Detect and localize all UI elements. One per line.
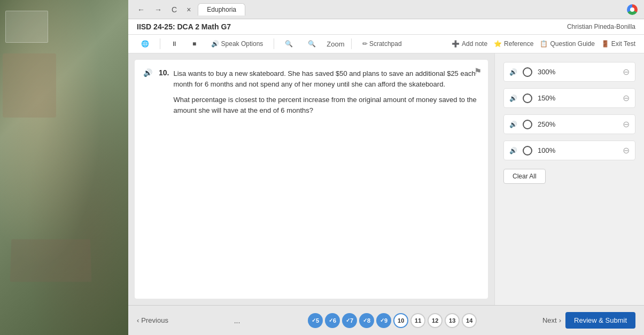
flag-button[interactable]: ⚑ bbox=[474, 66, 482, 76]
page-8[interactable]: ✓ 8 bbox=[359, 313, 374, 328]
scratchpad-button[interactable]: ✏ Scratchpad bbox=[358, 38, 406, 50]
page-14[interactable]: 14 bbox=[462, 313, 477, 328]
answer-a-text: 300% bbox=[538, 68, 617, 76]
question-audio-button[interactable]: 🔊 bbox=[143, 68, 152, 77]
main-content: ⚑ 🔊 10. Lisa wants to buy a new skateboa… bbox=[128, 53, 644, 305]
stop-button[interactable]: ■ bbox=[188, 38, 200, 50]
answer-a-audio-button[interactable]: 🔊 bbox=[509, 68, 517, 76]
add-note-button[interactable]: ➕ Add note bbox=[452, 40, 487, 48]
answer-a-radio[interactable] bbox=[523, 67, 532, 77]
toolbar-divider-1 bbox=[160, 38, 160, 49]
back-button[interactable]: ← bbox=[135, 4, 148, 15]
reference-button[interactable]: ⭐ Reference bbox=[494, 40, 533, 48]
zoom-label: Zoom bbox=[327, 40, 344, 48]
pause-button[interactable]: ⏸ bbox=[167, 38, 182, 50]
next-button[interactable]: Next › bbox=[542, 316, 561, 324]
answer-b-audio-button[interactable]: 🔊 bbox=[509, 95, 517, 102]
exit-test-button[interactable]: 🚪 Exit Test bbox=[601, 40, 635, 48]
page-13[interactable]: 13 bbox=[445, 313, 460, 328]
answer-c-text: 250% bbox=[538, 120, 617, 128]
answer-choice-d[interactable]: 🔊 100% ⊖ bbox=[503, 141, 635, 160]
user-name: Christian Pineda-Bonilla bbox=[567, 23, 635, 30]
answer-d-radio[interactable] bbox=[523, 146, 532, 155]
audio-icon: 🔊 bbox=[143, 68, 152, 77]
zoom-out-button[interactable]: 🔍 bbox=[281, 38, 297, 50]
answer-b-audio-icon: 🔊 bbox=[509, 95, 517, 102]
answer-a-eliminate-button[interactable]: ⊖ bbox=[623, 67, 630, 77]
check-9-icon: ✓ bbox=[380, 317, 384, 323]
zoom-in-button[interactable]: 🔍 bbox=[304, 38, 320, 50]
question-text-1: Lisa wants to buy a new skateboard. She … bbox=[173, 68, 479, 89]
page-10[interactable]: 10 bbox=[393, 313, 408, 328]
answer-c-radio[interactable] bbox=[523, 120, 532, 129]
page-5[interactable]: ✓ 5 bbox=[308, 313, 323, 328]
answer-d-audio-button[interactable]: 🔊 bbox=[509, 147, 517, 154]
exit-icon: 🚪 bbox=[601, 40, 609, 48]
page-9[interactable]: ✓ 9 bbox=[376, 313, 391, 328]
question-guide-button[interactable]: 📋 Question Guide bbox=[540, 40, 594, 48]
answer-b-eliminate-icon: ⊖ bbox=[623, 94, 630, 103]
answers-panel: 🔊 300% ⊖ 🔊 150% ⊖ bbox=[494, 53, 644, 305]
answer-d-audio-icon: 🔊 bbox=[509, 147, 517, 154]
refresh-button[interactable]: C bbox=[169, 4, 180, 15]
nav-right: Next › Review & Submit bbox=[542, 312, 635, 329]
app-title: IISD 24-25: DCA 2 Math G7 bbox=[137, 22, 231, 31]
page-indicators: ✓ 5 ✓ 6 ✓ 7 ✓ 8 ✓ 9 bbox=[308, 313, 477, 328]
previous-button[interactable]: ‹ Previous bbox=[137, 316, 168, 324]
zoom-out-icon: 🔍 bbox=[285, 40, 293, 48]
question-guide-icon: 📋 bbox=[540, 40, 548, 48]
close-button[interactable]: × bbox=[184, 4, 193, 15]
pause-icon: ⏸ bbox=[171, 40, 177, 48]
prev-arrow-icon: ‹ bbox=[137, 316, 139, 324]
question-body: Lisa wants to buy a new skateboard. She … bbox=[173, 68, 479, 115]
toolbar: 🌐 ⏸ ■ 🔊 Speak Options 🔍 🔍 Zoom ✏ Scratch… bbox=[128, 35, 644, 53]
reference-icon: ⭐ bbox=[494, 40, 502, 48]
answer-c-eliminate-icon: ⊖ bbox=[623, 120, 630, 129]
toolbar-right: ➕ Add note ⭐ Reference 📋 Question Guide … bbox=[452, 40, 635, 48]
chrome-icon bbox=[627, 4, 638, 15]
answer-c-eliminate-button[interactable]: ⊖ bbox=[623, 119, 630, 129]
check-5-icon: ✓ bbox=[312, 317, 316, 323]
question-header: 🔊 10. Lisa wants to buy a new skateboard… bbox=[143, 68, 479, 115]
question-number: 10. bbox=[159, 68, 169, 77]
check-7-icon: ✓ bbox=[346, 317, 350, 323]
toolbar-divider-2 bbox=[274, 38, 274, 49]
page-11[interactable]: 11 bbox=[410, 313, 425, 328]
pagination-dots: ... bbox=[234, 316, 240, 325]
flag-icon: ⚑ bbox=[474, 67, 482, 76]
check-6-icon: ✓ bbox=[329, 317, 333, 323]
answer-c-audio-icon: 🔊 bbox=[509, 121, 517, 128]
bottom-nav: ‹ Previous ... ✓ 5 ✓ 6 ✓ 7 ✓ 8 bbox=[128, 305, 644, 335]
page-6[interactable]: ✓ 6 bbox=[325, 313, 340, 328]
answer-a-eliminate-icon: ⊖ bbox=[623, 67, 630, 76]
page-7[interactable]: ✓ 7 bbox=[342, 313, 357, 328]
settings-button[interactable]: 🌐 bbox=[137, 38, 153, 50]
toolbar-divider-3 bbox=[351, 38, 352, 49]
answer-b-text: 150% bbox=[538, 94, 617, 102]
answer-c-audio-button[interactable]: 🔊 bbox=[509, 121, 517, 128]
forward-button[interactable]: → bbox=[152, 4, 165, 15]
answer-d-text: 100% bbox=[538, 146, 617, 154]
answer-choice-a[interactable]: 🔊 300% ⊖ bbox=[503, 62, 635, 82]
answer-b-eliminate-button[interactable]: ⊖ bbox=[623, 93, 630, 103]
answer-d-eliminate-button[interactable]: ⊖ bbox=[623, 145, 630, 155]
review-submit-button[interactable]: Review & Submit bbox=[565, 312, 635, 329]
answer-a-audio-icon: 🔊 bbox=[509, 68, 517, 76]
browser-tab[interactable]: Eduphoria bbox=[198, 3, 245, 15]
answer-b-radio[interactable] bbox=[523, 94, 532, 103]
answer-d-eliminate-icon: ⊖ bbox=[623, 146, 630, 155]
app-header: IISD 24-25: DCA 2 Math G7 Christian Pine… bbox=[128, 19, 644, 35]
add-note-icon: ➕ bbox=[452, 40, 460, 48]
zoom-in-icon: 🔍 bbox=[308, 40, 316, 48]
question-panel: ⚑ 🔊 10. Lisa wants to buy a new skateboa… bbox=[135, 60, 488, 299]
browser-bar: ← → C × Eduphoria bbox=[128, 0, 644, 19]
globe-icon: 🌐 bbox=[141, 40, 149, 48]
clear-all-button[interactable]: Clear All bbox=[503, 169, 546, 184]
page-12[interactable]: 12 bbox=[428, 313, 443, 328]
question-text-2: What percentage is closest to the percen… bbox=[173, 95, 479, 115]
speak-options-button[interactable]: 🔊 Speak Options bbox=[207, 38, 267, 50]
answer-choice-b[interactable]: 🔊 150% ⊖ bbox=[503, 88, 635, 108]
answer-choice-c[interactable]: 🔊 250% ⊖ bbox=[503, 114, 635, 134]
next-arrow-icon: › bbox=[559, 316, 561, 324]
classroom-background bbox=[0, 0, 128, 335]
